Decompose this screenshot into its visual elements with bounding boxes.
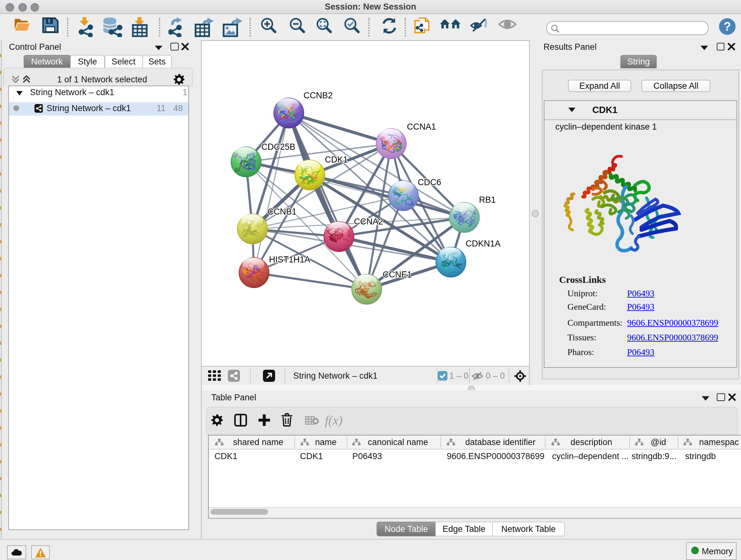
svg-text:CDC25B: CDC25B [261,142,295,152]
svg-text:CDKN1A: CDKN1A [466,239,501,248]
svg-text:CCNB1: CCNB1 [267,207,297,216]
svg-text:CCNE1: CCNE1 [383,270,412,279]
svg-text:CCNA1: CCNA1 [407,122,436,132]
svg-text:CCNA2: CCNA2 [354,217,383,226]
svg-text:HIST1H1A: HIST1H1A [269,255,310,264]
svg-text:CDK1: CDK1 [325,155,348,165]
svg-text:?: ? [724,20,731,33]
svg-text:CCNB2: CCNB2 [304,91,333,100]
svg-text:CDC6: CDC6 [418,178,441,187]
svg-text:RB1: RB1 [479,195,496,205]
